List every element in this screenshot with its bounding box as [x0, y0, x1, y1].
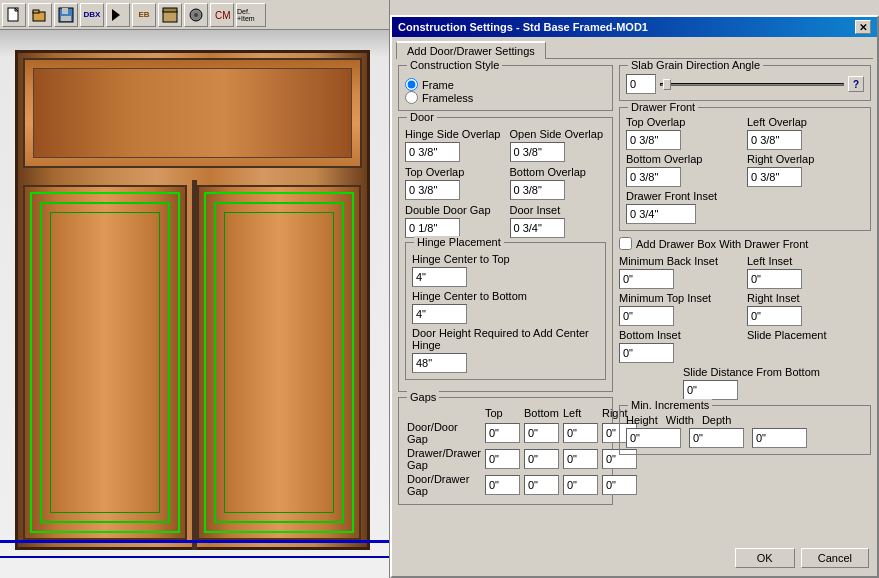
hinge-bottom-input[interactable] [412, 304, 467, 324]
bottom-inset-input[interactable] [619, 343, 674, 363]
dialog-titlebar: Construction Settings - Std Base Framed-… [392, 17, 877, 37]
door-height-input[interactable] [412, 353, 467, 373]
svg-rect-3 [33, 10, 39, 13]
frame-radio-label[interactable]: Frame [405, 78, 606, 91]
hinge-side-input[interactable] [405, 142, 460, 162]
bottom-inset-label: Bottom Inset [619, 329, 743, 341]
min-increments-label: Min. Increments [628, 399, 712, 411]
df-top-col: Top Overlap [626, 116, 743, 150]
min-depth-label: Depth [702, 414, 731, 426]
slide-distance-input[interactable] [683, 380, 738, 400]
gaps-row2-bottom[interactable] [524, 475, 559, 495]
right-inset-label: Right Inset [747, 292, 871, 304]
door-group: Door Hinge Side Overlap Open Side Overla… [398, 117, 613, 392]
door-height-label: Door Height Required to Add Center Hinge [412, 327, 599, 351]
drawer-box-checkbox-label[interactable]: Add Drawer Box With Drawer Front [619, 237, 871, 250]
min-height-input[interactable] [626, 428, 681, 448]
df-inset-input[interactable] [626, 204, 696, 224]
drawer-front-group: Drawer Front Top Overlap Left Overlap Bo… [619, 107, 871, 231]
door-top-overlap-label: Top Overlap [405, 166, 502, 178]
toolbar-def-item[interactable]: Def. +Item [236, 3, 266, 27]
drawer-box-checkbox[interactable] [619, 237, 632, 250]
hinge-placement-label: Hinge Placement [414, 236, 504, 248]
gaps-row1-bottom[interactable] [524, 449, 559, 469]
left-inset-col: Left Inset [747, 255, 871, 289]
gaps-row2-top[interactable] [485, 475, 520, 495]
dialog-title: Construction Settings - Std Base Framed-… [398, 21, 648, 33]
min-height-label: Height [626, 414, 658, 426]
gaps-row1-top[interactable] [485, 449, 520, 469]
toolbar-save[interactable] [54, 3, 78, 27]
double-door-input[interactable] [405, 218, 460, 238]
toolbar-cm[interactable]: CM [210, 3, 234, 27]
gaps-row2-left[interactable] [563, 475, 598, 495]
toolbar: DBX EB CM Def. +Item [0, 0, 390, 30]
drawer-box-label: Add Drawer Box With Drawer Front [636, 238, 808, 250]
door-inset-col: Door Inset [510, 204, 607, 238]
hinge-side-label: Hinge Side Overlap [405, 128, 502, 140]
dialog: Construction Settings - Std Base Framed-… [390, 15, 879, 578]
gaps-row1-left[interactable] [563, 449, 598, 469]
df-bottom-input[interactable] [626, 167, 681, 187]
toolbar-arrow[interactable] [106, 3, 130, 27]
min-increments-group: Min. Increments Height Width Depth [619, 405, 871, 455]
door-top-overlap-input[interactable] [405, 180, 460, 200]
door-inset-label: Door Inset [510, 204, 607, 216]
tab-add-door-drawer[interactable]: Add Door/Drawer Settings [396, 41, 546, 59]
gaps-row0-left[interactable] [563, 423, 598, 443]
df-inset-label: Drawer Front Inset [626, 190, 864, 202]
toolbar-open[interactable] [28, 3, 52, 27]
slide-distance-label: Slide Distance From Bottom [683, 366, 871, 378]
gaps-col-empty [405, 406, 483, 420]
df-top-input[interactable] [626, 130, 681, 150]
gaps-row0-top[interactable] [485, 423, 520, 443]
hinge-top-input[interactable] [412, 267, 467, 287]
toolbar-cabinet[interactable] [158, 3, 182, 27]
door-inset-input[interactable] [510, 218, 565, 238]
toolbar-new[interactable] [2, 3, 26, 27]
df-bottom-col: Bottom Overlap [626, 153, 743, 187]
min-back-inset-col: Minimum Back Inset [619, 255, 743, 289]
frame-radio[interactable] [405, 78, 418, 91]
df-left-input[interactable] [747, 130, 802, 150]
gaps-table: Top Bottom Left Right Door/Door Gap [405, 406, 639, 498]
min-top-inset-input[interactable] [619, 306, 674, 326]
min-top-inset-col: Minimum Top Inset [619, 292, 743, 326]
df-bottom-label: Bottom Overlap [626, 153, 743, 165]
drawer-box-insets-top: Minimum Back Inset Left Inset [619, 255, 871, 289]
slab-grain-slider-track[interactable] [660, 83, 844, 86]
left-inset-input[interactable] [747, 269, 802, 289]
df-left-col: Left Overlap [747, 116, 864, 150]
svg-rect-7 [163, 11, 177, 22]
dialog-buttons: OK Cancel [735, 548, 869, 568]
right-inset-input[interactable] [747, 306, 802, 326]
dialog-close-button[interactable]: ✕ [855, 20, 871, 34]
min-width-input[interactable] [689, 428, 744, 448]
door-bottom-overlap-input[interactable] [510, 180, 565, 200]
slab-grain-slider-thumb[interactable] [663, 79, 671, 90]
slide-distance-spacer [619, 366, 679, 400]
toolbar-dbx[interactable]: DBX [80, 3, 104, 27]
left-inset-label: Left Inset [747, 255, 871, 267]
construction-style-group: Construction Style Frame Frameless [398, 65, 613, 111]
cancel-button[interactable]: Cancel [801, 548, 869, 568]
frameless-radio-label[interactable]: Frameless [405, 91, 606, 104]
svg-rect-8 [163, 8, 177, 12]
slab-grain-help-icon[interactable]: ? [848, 76, 864, 92]
min-back-inset-input[interactable] [619, 269, 674, 289]
frameless-radio[interactable] [405, 91, 418, 104]
toolbar-hardware[interactable] [184, 3, 208, 27]
toolbar-eb[interactable]: EB [132, 3, 156, 27]
gaps-row2-right[interactable] [602, 475, 637, 495]
hinge-placement-group: Hinge Placement Hinge Center to Top Hing… [405, 242, 606, 380]
slide-distance-col: Slide Distance From Bottom [683, 366, 871, 400]
gaps-row0-bottom[interactable] [524, 423, 559, 443]
tab-bar: Add Door/Drawer Settings [392, 37, 877, 58]
slab-grain-input[interactable] [626, 74, 656, 94]
min-depth-input[interactable] [752, 428, 807, 448]
df-top-label: Top Overlap [626, 116, 743, 128]
door-group-label: Door [407, 111, 437, 123]
ok-button[interactable]: OK [735, 548, 795, 568]
open-side-input[interactable] [510, 142, 565, 162]
df-right-input[interactable] [747, 167, 802, 187]
